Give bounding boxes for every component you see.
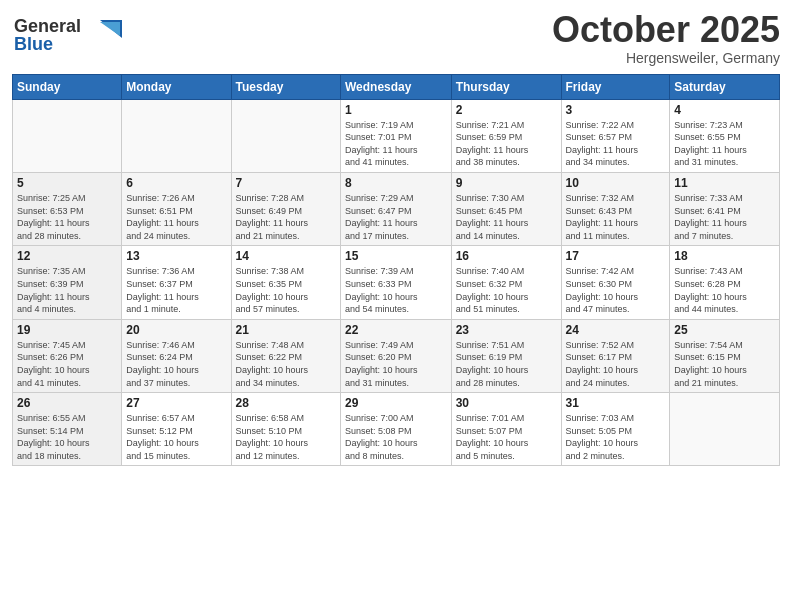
day-number: 3 (566, 103, 666, 117)
title-block: October 2025 Hergensweiler, Germany (552, 10, 780, 66)
day-number: 25 (674, 323, 775, 337)
day-info: Sunrise: 7:21 AMSunset: 6:59 PMDaylight:… (456, 119, 557, 169)
day-info: Sunrise: 7:00 AMSunset: 5:08 PMDaylight:… (345, 412, 447, 462)
day-info: Sunrise: 7:46 AMSunset: 6:24 PMDaylight:… (126, 339, 226, 389)
day-info: Sunrise: 7:45 AMSunset: 6:26 PMDaylight:… (17, 339, 117, 389)
day-info: Sunrise: 7:26 AMSunset: 6:51 PMDaylight:… (126, 192, 226, 242)
day-info: Sunrise: 7:19 AMSunset: 7:01 PMDaylight:… (345, 119, 447, 169)
day-number: 5 (17, 176, 117, 190)
day-info: Sunrise: 7:43 AMSunset: 6:28 PMDaylight:… (674, 265, 775, 315)
day-number: 20 (126, 323, 226, 337)
logo: General Blue (12, 10, 122, 59)
day-number: 19 (17, 323, 117, 337)
calendar-week-row-5: 26Sunrise: 6:55 AMSunset: 5:14 PMDayligh… (13, 393, 780, 466)
day-number: 30 (456, 396, 557, 410)
calendar-cell: 31Sunrise: 7:03 AMSunset: 5:05 PMDayligh… (561, 393, 670, 466)
day-info: Sunrise: 7:52 AMSunset: 6:17 PMDaylight:… (566, 339, 666, 389)
calendar-cell: 20Sunrise: 7:46 AMSunset: 6:24 PMDayligh… (122, 319, 231, 392)
day-info: Sunrise: 7:30 AMSunset: 6:45 PMDaylight:… (456, 192, 557, 242)
day-number: 1 (345, 103, 447, 117)
calendar-cell: 26Sunrise: 6:55 AMSunset: 5:14 PMDayligh… (13, 393, 122, 466)
calendar-cell: 24Sunrise: 7:52 AMSunset: 6:17 PMDayligh… (561, 319, 670, 392)
day-number: 15 (345, 249, 447, 263)
calendar-cell: 9Sunrise: 7:30 AMSunset: 6:45 PMDaylight… (451, 172, 561, 245)
day-number: 26 (17, 396, 117, 410)
calendar-cell: 30Sunrise: 7:01 AMSunset: 5:07 PMDayligh… (451, 393, 561, 466)
calendar-week-row-2: 5Sunrise: 7:25 AMSunset: 6:53 PMDaylight… (13, 172, 780, 245)
calendar-cell: 28Sunrise: 6:58 AMSunset: 5:10 PMDayligh… (231, 393, 340, 466)
day-number: 17 (566, 249, 666, 263)
day-number: 2 (456, 103, 557, 117)
calendar-week-row-4: 19Sunrise: 7:45 AMSunset: 6:26 PMDayligh… (13, 319, 780, 392)
calendar-cell (231, 99, 340, 172)
weekday-header-friday: Friday (561, 74, 670, 99)
day-number: 22 (345, 323, 447, 337)
calendar-week-row-3: 12Sunrise: 7:35 AMSunset: 6:39 PMDayligh… (13, 246, 780, 319)
day-info: Sunrise: 7:42 AMSunset: 6:30 PMDaylight:… (566, 265, 666, 315)
day-info: Sunrise: 7:48 AMSunset: 6:22 PMDaylight:… (236, 339, 336, 389)
day-number: 18 (674, 249, 775, 263)
month-title: October 2025 (552, 10, 780, 50)
day-number: 14 (236, 249, 336, 263)
day-info: Sunrise: 7:39 AMSunset: 6:33 PMDaylight:… (345, 265, 447, 315)
day-number: 28 (236, 396, 336, 410)
weekday-header-thursday: Thursday (451, 74, 561, 99)
calendar-cell: 6Sunrise: 7:26 AMSunset: 6:51 PMDaylight… (122, 172, 231, 245)
day-info: Sunrise: 7:38 AMSunset: 6:35 PMDaylight:… (236, 265, 336, 315)
calendar-cell: 29Sunrise: 7:00 AMSunset: 5:08 PMDayligh… (341, 393, 452, 466)
day-info: Sunrise: 7:23 AMSunset: 6:55 PMDaylight:… (674, 119, 775, 169)
calendar-cell: 5Sunrise: 7:25 AMSunset: 6:53 PMDaylight… (13, 172, 122, 245)
day-number: 8 (345, 176, 447, 190)
calendar-cell: 27Sunrise: 6:57 AMSunset: 5:12 PMDayligh… (122, 393, 231, 466)
day-info: Sunrise: 7:33 AMSunset: 6:41 PMDaylight:… (674, 192, 775, 242)
day-number: 12 (17, 249, 117, 263)
weekday-header-wednesday: Wednesday (341, 74, 452, 99)
calendar-cell: 2Sunrise: 7:21 AMSunset: 6:59 PMDaylight… (451, 99, 561, 172)
logo-text: General Blue (12, 10, 122, 59)
calendar-cell: 11Sunrise: 7:33 AMSunset: 6:41 PMDayligh… (670, 172, 780, 245)
day-info: Sunrise: 7:32 AMSunset: 6:43 PMDaylight:… (566, 192, 666, 242)
day-number: 29 (345, 396, 447, 410)
day-info: Sunrise: 6:57 AMSunset: 5:12 PMDaylight:… (126, 412, 226, 462)
day-number: 21 (236, 323, 336, 337)
calendar-cell: 14Sunrise: 7:38 AMSunset: 6:35 PMDayligh… (231, 246, 340, 319)
day-info: Sunrise: 7:28 AMSunset: 6:49 PMDaylight:… (236, 192, 336, 242)
calendar-cell: 22Sunrise: 7:49 AMSunset: 6:20 PMDayligh… (341, 319, 452, 392)
day-number: 11 (674, 176, 775, 190)
day-info: Sunrise: 7:35 AMSunset: 6:39 PMDaylight:… (17, 265, 117, 315)
weekday-header-row: SundayMondayTuesdayWednesdayThursdayFrid… (13, 74, 780, 99)
calendar-cell: 16Sunrise: 7:40 AMSunset: 6:32 PMDayligh… (451, 246, 561, 319)
day-info: Sunrise: 7:03 AMSunset: 5:05 PMDaylight:… (566, 412, 666, 462)
calendar-cell: 21Sunrise: 7:48 AMSunset: 6:22 PMDayligh… (231, 319, 340, 392)
day-info: Sunrise: 6:58 AMSunset: 5:10 PMDaylight:… (236, 412, 336, 462)
calendar-cell: 23Sunrise: 7:51 AMSunset: 6:19 PMDayligh… (451, 319, 561, 392)
calendar-cell (122, 99, 231, 172)
calendar-cell: 8Sunrise: 7:29 AMSunset: 6:47 PMDaylight… (341, 172, 452, 245)
calendar-cell (13, 99, 122, 172)
day-number: 6 (126, 176, 226, 190)
day-number: 13 (126, 249, 226, 263)
page-container: General Blue October 2025 Hergensweiler,… (0, 0, 792, 476)
day-info: Sunrise: 7:01 AMSunset: 5:07 PMDaylight:… (456, 412, 557, 462)
day-number: 27 (126, 396, 226, 410)
svg-text:Blue: Blue (14, 34, 53, 54)
day-info: Sunrise: 7:54 AMSunset: 6:15 PMDaylight:… (674, 339, 775, 389)
calendar-cell: 1Sunrise: 7:19 AMSunset: 7:01 PMDaylight… (341, 99, 452, 172)
weekday-header-monday: Monday (122, 74, 231, 99)
day-number: 10 (566, 176, 666, 190)
day-info: Sunrise: 7:49 AMSunset: 6:20 PMDaylight:… (345, 339, 447, 389)
calendar-cell: 12Sunrise: 7:35 AMSunset: 6:39 PMDayligh… (13, 246, 122, 319)
day-info: Sunrise: 7:36 AMSunset: 6:37 PMDaylight:… (126, 265, 226, 315)
svg-text:General: General (14, 16, 81, 36)
day-number: 9 (456, 176, 557, 190)
day-number: 16 (456, 249, 557, 263)
calendar-week-row-1: 1Sunrise: 7:19 AMSunset: 7:01 PMDaylight… (13, 99, 780, 172)
weekday-header-tuesday: Tuesday (231, 74, 340, 99)
calendar-cell: 18Sunrise: 7:43 AMSunset: 6:28 PMDayligh… (670, 246, 780, 319)
calendar-cell: 25Sunrise: 7:54 AMSunset: 6:15 PMDayligh… (670, 319, 780, 392)
day-number: 7 (236, 176, 336, 190)
day-info: Sunrise: 7:25 AMSunset: 6:53 PMDaylight:… (17, 192, 117, 242)
day-info: Sunrise: 7:51 AMSunset: 6:19 PMDaylight:… (456, 339, 557, 389)
calendar-cell: 15Sunrise: 7:39 AMSunset: 6:33 PMDayligh… (341, 246, 452, 319)
weekday-header-sunday: Sunday (13, 74, 122, 99)
